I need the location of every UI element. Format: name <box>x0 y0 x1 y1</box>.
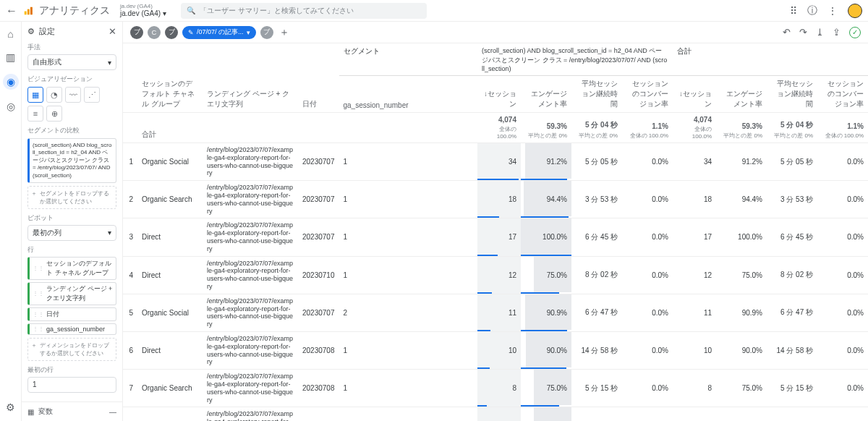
viz-table-icon[interactable]: ▦ <box>27 87 43 103</box>
col-sessions[interactable]: ↓セッション <box>477 76 521 113</box>
svg-rect-2 <box>30 7 33 14</box>
pivot-label: ピボット <box>27 213 116 223</box>
chevron-down-icon: ▾ <box>108 59 111 67</box>
viz-line-icon[interactable]: 〰 <box>65 87 81 103</box>
table-row[interactable]: 8Organic Social/entry/blog/2023/07/07/ex… <box>123 407 868 421</box>
report-icon[interactable]: ▥ <box>4 51 17 64</box>
data-table: セッションのデフォルト チャネル グループ ランディング ページ + クエリ文字… <box>123 43 868 421</box>
tab-active[interactable]: ✎/07/07/ の記事...▾ <box>182 26 256 39</box>
table-row[interactable]: 4Direct/entry/blog/2023/07/07/example-ga… <box>123 256 868 294</box>
chevron-down-icon: ▾ <box>247 29 250 36</box>
close-icon[interactable]: ✕ <box>109 26 116 37</box>
undo-icon[interactable]: ↶ <box>783 27 791 38</box>
method-label: 手法 <box>27 43 116 52</box>
main-area: ブ C ブ ✎/07/07/ の記事...▾ ブ ＋ ↶ ↷ ⤓ ⇪ ✓ セッシ… <box>123 22 868 421</box>
app-title: アナリティクス <box>39 4 110 17</box>
col-duration[interactable]: 平均セッション継続時間 <box>571 76 622 113</box>
col-group1: (scroll_section) AND blog_scroll_section… <box>477 43 673 76</box>
table-row[interactable]: 2Organic Search/entry/blog/2023/07/07/ex… <box>123 181 868 218</box>
col-sessions2[interactable]: ↓セッション <box>673 76 716 113</box>
seg-compare-label: セグメントの比較 <box>27 126 116 135</box>
dim-drop-area[interactable]: ＋ディメンションをドロップするか選択してください <box>27 338 116 361</box>
gear-icon: ⚙ <box>27 27 35 36</box>
table-row[interactable]: 3Direct/entry/blog/2023/07/07/example-ga… <box>123 218 868 256</box>
minimize-icon[interactable]: — <box>109 408 116 416</box>
col-group2: 合計 <box>673 43 868 76</box>
col-segment: セグメント <box>339 43 478 76</box>
dim-date[interactable]: ⋮⋮日付 <box>27 307 116 321</box>
download-icon[interactable]: ⤓ <box>816 27 824 38</box>
pencil-icon: ✎ <box>188 29 194 36</box>
viz-bar-icon[interactable]: ≡ <box>27 106 43 122</box>
variables-panel[interactable]: ▦ 変数 — <box>22 401 122 421</box>
tab-chip[interactable]: ブ <box>165 26 178 39</box>
dim-session-number[interactable]: ⋮⋮ga_session_number <box>27 323 116 335</box>
back-icon[interactable]: ← <box>6 4 17 17</box>
viz-donut-icon[interactable]: ◔ <box>46 87 62 103</box>
table-row[interactable]: 1Organic Social/entry/blog/2023/07/07/ex… <box>123 143 868 181</box>
segment-drop-area[interactable]: ＋セグメントをドロップするか選択してください <box>27 186 116 209</box>
search-input[interactable]: 🔍 「ユーザー サマリー」と検索してみてください <box>181 3 427 19</box>
col-date[interactable]: 日付 <box>298 43 339 113</box>
dim-landing[interactable]: ⋮⋮ランディング ページ + クエリ文字列 <box>27 282 116 305</box>
dim-channel[interactable]: ⋮⋮セッションのデフォルト チャネル グループ <box>27 257 116 280</box>
col-duration2[interactable]: 平均セッション継続時間 <box>767 76 817 113</box>
table-row[interactable]: 6Direct/entry/blog/2023/07/07/example-ga… <box>123 331 868 369</box>
property-selector[interactable]: ja.dev (GA4) ja.dev (GA4) ▾ <box>120 4 166 18</box>
more-icon[interactable]: ⋮ <box>827 5 838 17</box>
table-row[interactable]: 7Organic Search/entry/blog/2023/07/07/ex… <box>123 370 868 407</box>
pivot-select[interactable]: 最初の列▾ <box>27 225 116 241</box>
svg-rect-0 <box>25 11 27 14</box>
avatar[interactable] <box>848 4 862 18</box>
home-icon[interactable]: ⌂ <box>4 27 17 41</box>
chevron-down-icon: ▾ <box>163 9 166 17</box>
col-landing[interactable]: ランディング ページ + クエリ文字列 <box>203 43 298 113</box>
viz-scatter-icon[interactable]: ⋰ <box>84 87 100 103</box>
data-table-wrap[interactable]: セッションのデフォルト チャネル グループ ランディング ページ + クエリ文字… <box>123 43 868 421</box>
search-icon: 🔍 <box>187 7 195 14</box>
share-icon[interactable]: ⇪ <box>833 27 841 38</box>
apps-icon[interactable]: ⠿ <box>790 5 797 17</box>
sidebar-title: 設定 <box>39 26 55 37</box>
explore-toolbar: ブ C ブ ✎/07/07/ の記事...▾ ブ ＋ ↶ ↷ ⤓ ⇪ ✓ <box>123 22 868 43</box>
status-check-icon[interactable]: ✓ <box>849 27 861 38</box>
col-engagement[interactable]: エンゲージメント率 <box>521 76 571 113</box>
col-session-number[interactable]: ga_session_number <box>339 76 478 113</box>
table-row[interactable]: 5Organic Social/entry/blog/2023/07/07/ex… <box>123 294 868 331</box>
svg-rect-1 <box>27 9 30 14</box>
tab-chip[interactable]: C <box>148 26 161 39</box>
tab-chip[interactable]: ブ <box>260 26 273 39</box>
segment-card[interactable]: (scroll_section) AND blog_scroll_section… <box>27 138 116 183</box>
viz-label: ビジュアリゼーション <box>27 75 116 84</box>
add-tab-button[interactable]: ＋ <box>278 26 291 39</box>
rows-label: 行 <box>27 245 116 255</box>
totals-row: 合計 4,074全体の 100.0% 59.3%平均との差 0% 5 分 04 … <box>123 113 868 143</box>
nav-rail: ⌂ ▥ ◉ ◎ ⚙ <box>0 22 22 421</box>
col-conversion[interactable]: セッションのコンバージョン率 <box>622 76 673 113</box>
variables-icon: ▦ <box>27 408 34 416</box>
method-select[interactable]: 自由形式▾ <box>27 54 116 70</box>
analytics-logo-icon <box>23 6 33 16</box>
viz-geo-icon[interactable]: ⊕ <box>46 106 62 122</box>
tab-chip[interactable]: ブ <box>130 26 143 39</box>
redo-icon[interactable]: ↷ <box>799 27 807 38</box>
settings-sidebar: ⚙ 設定 ✕ 手法 自由形式▾ ビジュアリゼーション ▦ ◔ 〰 ⋰ ≡ ⊕ セ… <box>22 22 123 421</box>
top-header: ← アナリティクス ja.dev (GA4) ja.dev (GA4) ▾ 🔍 … <box>0 0 868 22</box>
explore-icon[interactable]: ◉ <box>3 74 19 90</box>
first-row-input[interactable]: 1 <box>27 377 116 393</box>
chevron-down-icon: ▾ <box>108 229 111 237</box>
admin-gear-icon[interactable]: ⚙ <box>4 401 17 414</box>
col-conversion2[interactable]: セッションのコンバージョン率 <box>817 76 868 113</box>
help-icon[interactable]: ⓘ <box>807 4 817 17</box>
first-row-label: 最初の行 <box>27 365 116 375</box>
col-channel[interactable]: セッションのデフォルト チャネル グループ <box>137 43 203 113</box>
advertising-icon[interactable]: ◎ <box>4 100 17 113</box>
col-engagement2[interactable]: エンゲージメント率 <box>716 76 767 113</box>
